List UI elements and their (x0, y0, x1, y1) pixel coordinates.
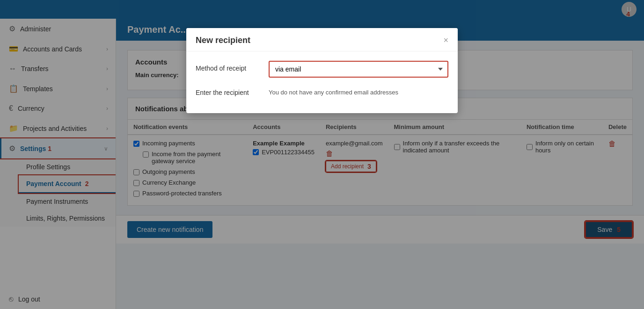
recipient-label: Enter the recipient (196, 85, 261, 96)
modal-body: Method of receipt via email via SMS via … (186, 51, 458, 113)
method-label: Method of receipt (196, 61, 261, 72)
recipient-note: You do not have any confirmed email addr… (269, 85, 398, 96)
modal-close-button[interactable]: × (443, 36, 448, 45)
method-select[interactable]: via email via SMS via push (269, 61, 448, 78)
method-select-wrap: via email via SMS via push (269, 61, 448, 78)
modal-header: New recipient × (186, 28, 458, 51)
modal-overlay[interactable]: New recipient × Method of receipt via em… (0, 0, 644, 309)
method-of-receipt-row: Method of receipt via email via SMS via … (196, 61, 448, 78)
modal-title: New recipient (196, 36, 250, 45)
new-recipient-modal: New recipient × Method of receipt via em… (186, 28, 458, 113)
enter-recipient-row: Enter the recipient You do not have any … (196, 85, 448, 96)
